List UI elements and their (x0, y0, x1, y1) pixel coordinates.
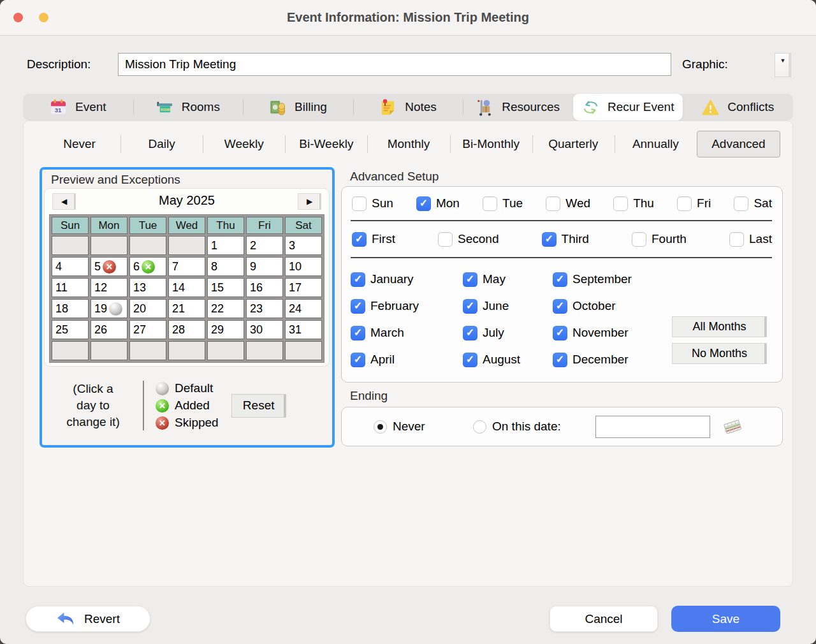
cancel-button[interactable]: Cancel (550, 606, 658, 632)
calendar-day[interactable]: 28 (168, 320, 205, 339)
ordinal-row: FirstSecondThirdFourthLast (352, 229, 772, 249)
calendar-day[interactable]: 5 (91, 257, 127, 276)
close-window-button[interactable] (13, 13, 23, 22)
calendar-day[interactable]: 22 (207, 299, 244, 318)
month-checkbox-november[interactable]: November (553, 319, 632, 346)
frequency-tab-daily[interactable]: Daily (120, 131, 203, 157)
calendar-day[interactable]: 2 (246, 236, 283, 255)
tab-label: Billing (295, 100, 327, 114)
calendar-day[interactable]: 10 (285, 257, 322, 276)
checkbox-icon (553, 272, 567, 287)
undo-arrow-icon (56, 611, 75, 627)
calendar-day[interactable]: 16 (246, 278, 283, 297)
month-checkbox-may[interactable]: May (463, 266, 520, 293)
calendar-day[interactable]: 21 (168, 299, 205, 318)
no-months-button[interactable]: No Months (672, 343, 767, 364)
skipped-marker-icon (103, 260, 116, 274)
month-checkbox-april[interactable]: April (351, 346, 419, 373)
frequency-tab-never[interactable]: Never (38, 131, 120, 157)
calendar-day[interactable]: 11 (52, 278, 89, 297)
calendar-day[interactable]: 19 (91, 299, 127, 318)
calendar-day[interactable]: 1 (207, 236, 244, 255)
calendar-day[interactable]: 25 (52, 320, 89, 339)
weekday-checkbox-thu[interactable]: Thu (613, 196, 654, 211)
description-label: Description: (27, 57, 91, 71)
minimize-window-button[interactable] (39, 13, 48, 22)
frequency-tab-weekly[interactable]: Weekly (203, 131, 285, 157)
all-months-button[interactable]: All Months (672, 316, 767, 337)
graphic-label: Graphic: (682, 57, 728, 71)
checkbox-label: Third (562, 232, 589, 246)
ending-on-date-radio[interactable]: On this date: (473, 407, 561, 446)
calendar-day[interactable]: 6 (129, 257, 166, 276)
ending-date-input[interactable] (595, 416, 710, 438)
frequency-tab-annually[interactable]: Annually (615, 131, 697, 157)
checkbox-icon (416, 196, 431, 211)
calendar-legend-area: (Click a day to change it) DefaultAddedS… (46, 371, 329, 440)
tab-billing[interactable]: Billing (243, 94, 353, 121)
month-checkbox-august[interactable]: August (463, 346, 520, 373)
save-button[interactable]: Save (671, 606, 780, 632)
tab-rooms[interactable]: ROOMS Rooms (133, 94, 244, 121)
preview-and-exceptions-panel: Preview and Exceptions ◀ May 2025 ▶ SunM… (40, 167, 335, 448)
calendar-day[interactable]: 9 (246, 257, 283, 276)
month-checkbox-june[interactable]: June (463, 293, 520, 319)
calendar-day[interactable]: 8 (207, 257, 244, 276)
revert-button[interactable]: Revert (26, 606, 150, 632)
calendar-day[interactable]: 31 (285, 320, 322, 339)
tab-resources[interactable]: Resources (463, 94, 573, 121)
ordinal-checkbox-last[interactable]: Last (729, 232, 772, 247)
frequency-tab-advanced[interactable]: Advanced (697, 131, 780, 157)
frequency-tab-quarterly[interactable]: Quarterly (532, 131, 615, 157)
calendar-day[interactable]: 29 (207, 320, 244, 339)
month-checkbox-january[interactable]: January (351, 266, 419, 293)
graphic-dropdown-button[interactable]: ▼ (775, 53, 791, 77)
calendar-day[interactable]: 26 (91, 320, 127, 339)
ordinal-checkbox-fourth[interactable]: Fourth (632, 232, 687, 247)
month-checkbox-october[interactable]: October (553, 293, 632, 319)
tab-recur-event[interactable]: Recur Event (573, 94, 683, 121)
month-checkbox-march[interactable]: March (351, 319, 419, 346)
calendar-day[interactable]: 13 (129, 278, 166, 297)
frequency-tab-monthly[interactable]: Monthly (367, 131, 449, 157)
ordinal-checkbox-first[interactable]: First (352, 232, 395, 247)
frequency-tab-bi-monthly[interactable]: Bi-Monthly (450, 131, 532, 157)
weekday-checkbox-tue[interactable]: Tue (483, 196, 523, 211)
calendar-day[interactable]: 18 (52, 299, 89, 318)
calendar-day[interactable]: 15 (207, 278, 244, 297)
calendar-day[interactable]: 23 (246, 299, 283, 318)
weekday-checkbox-mon[interactable]: Mon (416, 196, 460, 211)
month-checkbox-july[interactable]: July (463, 319, 520, 346)
tab-event[interactable]: 31 Event (23, 94, 133, 121)
calendar-day[interactable]: 27 (129, 320, 166, 339)
weekday-checkbox-wed[interactable]: Wed (546, 196, 590, 211)
month-checkbox-february[interactable]: February (351, 293, 419, 319)
weekday-checkbox-fri[interactable]: Fri (677, 196, 711, 211)
month-checkbox-september[interactable]: September (553, 266, 632, 293)
date-picker-icon[interactable] (722, 416, 743, 437)
tab-notes[interactable]: Notes (353, 94, 463, 121)
revert-label: Revert (84, 612, 120, 626)
weekday-checkbox-sat[interactable]: Sat (734, 196, 772, 211)
calendar-day[interactable]: 20 (129, 299, 166, 318)
calendar-day[interactable]: 17 (285, 278, 322, 297)
calendar-day[interactable]: 14 (168, 278, 205, 297)
reset-button[interactable]: Reset (231, 394, 286, 418)
weekday-checkbox-sun[interactable]: Sun (352, 196, 393, 211)
calendar-day[interactable]: 24 (285, 299, 322, 318)
calendar-day[interactable]: 12 (91, 278, 127, 297)
month-checkbox-december[interactable]: December (553, 346, 632, 373)
window-title: Event Information: Mission Trip Meeting (0, 0, 816, 35)
ordinal-checkbox-second[interactable]: Second (438, 232, 499, 247)
description-input[interactable] (118, 53, 671, 76)
ordinal-checkbox-third[interactable]: Third (542, 232, 589, 247)
next-month-button[interactable]: ▶ (298, 193, 321, 210)
calendar-day[interactable]: 30 (246, 320, 283, 339)
tab-conflicts[interactable]: Conflicts (683, 94, 793, 121)
calendar-empty-cell (285, 341, 322, 360)
calendar-day[interactable]: 3 (285, 236, 322, 255)
calendar-day[interactable]: 4 (52, 257, 89, 276)
calendar-day[interactable]: 7 (168, 257, 205, 276)
ending-never-radio[interactable]: Never (374, 407, 425, 446)
frequency-tab-bi-weekly[interactable]: Bi-Weekly (285, 131, 367, 157)
